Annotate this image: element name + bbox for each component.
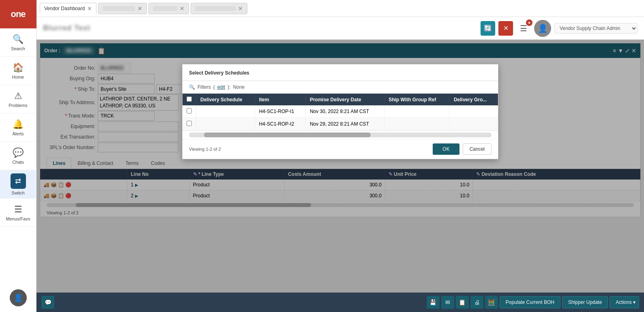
modal-hscroll-thumb bbox=[204, 132, 370, 137]
tab-2[interactable]: ✕ bbox=[98, 3, 147, 14]
modal-row1-ship-group bbox=[384, 105, 450, 118]
modal-row2-checkbox[interactable] bbox=[187, 121, 192, 126]
modal-overlay: Select Delivery Schedules 🔍 Filters (edi… bbox=[36, 40, 644, 293]
bottom-left-actions: 💬 bbox=[41, 296, 54, 309]
modal-dialog: Select Delivery Schedules 🔍 Filters (edi… bbox=[182, 64, 498, 159]
modal-row1-checkbox-cell bbox=[182, 105, 196, 118]
modal-row2-item: H4-SC1-ROP-I2 bbox=[255, 118, 305, 130]
main-content: Vendor Dashboard ✕ ✕ ✕ ✕ Blurred Text 🔄 … bbox=[36, 0, 644, 312]
calculator-icon-button[interactable]: 🧮 bbox=[485, 296, 498, 309]
print-icon-button[interactable]: 🖨 bbox=[470, 296, 483, 309]
user-avatar[interactable]: 👤 bbox=[0, 284, 36, 312]
modal-row1-delivery-schedule bbox=[196, 105, 255, 118]
bell-icon: 🔔 bbox=[13, 119, 24, 130]
modal-viewing-text: Viewing 1-2 of 2 bbox=[189, 147, 221, 152]
populate-boh-button[interactable]: Populate Current BOH bbox=[500, 296, 560, 308]
modal-table-row: H4-SC1-ROP-I2 Nov 29, 2022 8:21 AM CST bbox=[182, 118, 498, 130]
sidebar-item-home-label: Home bbox=[12, 75, 24, 79]
modal-row2-delivery-schedule bbox=[196, 118, 255, 130]
modal-buttons: OK Cancel bbox=[433, 143, 492, 155]
modal-title: Select Delivery Schedules bbox=[189, 70, 249, 76]
sidebar-item-menus[interactable]: ☰ Menus/Favs bbox=[0, 199, 36, 227]
email-icon-button[interactable]: ✉ bbox=[441, 296, 454, 309]
modal-select-all-checkbox[interactable] bbox=[187, 96, 192, 102]
switch-icon: ⇄ bbox=[11, 173, 26, 189]
modal-row2-ship-group bbox=[384, 118, 450, 130]
menu-icon: ☰ bbox=[14, 204, 22, 215]
home-icon: 🏠 bbox=[13, 62, 24, 73]
tab-close-icon[interactable]: ✕ bbox=[87, 5, 92, 12]
modal-col-checkbox bbox=[182, 94, 196, 105]
modal-row1-checkbox[interactable] bbox=[187, 108, 192, 113]
sidebar-item-menus-label: Menus/Favs bbox=[6, 216, 30, 221]
bottom-bar: 💬 💾 ✉ 📋 🖨 🧮 Populate Current BOH Shipper… bbox=[36, 293, 644, 312]
sidebar-item-home[interactable]: 🏠 Home bbox=[0, 57, 36, 85]
header-logo: Blurred Text bbox=[43, 24, 90, 32]
header-area: Blurred Text 🔄 ✕ ☰ ★ 👤 Vendor Supply Cha… bbox=[36, 17, 644, 40]
modal-row1-item: H4-SC1-ROP-I1 bbox=[255, 105, 305, 118]
modal-header: Select Delivery Schedules bbox=[182, 64, 498, 81]
actions-dropdown-button[interactable]: Actions ▾ bbox=[610, 296, 639, 308]
filters-value: None bbox=[233, 84, 245, 90]
modal-row1-promise-date: Nov 30, 2022 8:21 AM CST bbox=[305, 105, 384, 118]
filters-label: Filters bbox=[197, 84, 211, 90]
modal-col-promise-date: Promise Delivery Date bbox=[305, 94, 384, 105]
warning-icon: ⚠ bbox=[14, 91, 22, 101]
refresh-button[interactable]: 🔄 bbox=[481, 21, 495, 36]
sidebar-item-problems[interactable]: ⚠ Problems bbox=[0, 85, 36, 113]
sidebar-item-switch-label: Switch bbox=[11, 190, 24, 195]
bottom-right-actions: 💾 ✉ 📋 🖨 🧮 Populate Current BOH Shipper U… bbox=[427, 296, 639, 309]
comment-button[interactable]: 💬 bbox=[41, 296, 54, 309]
app-logo: one bbox=[0, 0, 36, 28]
modal-col-delivery-group: Delivery Gro... bbox=[449, 94, 498, 105]
sidebar-item-alerts-label: Alerts bbox=[12, 131, 24, 136]
tab2-close-icon[interactable]: ✕ bbox=[137, 5, 142, 12]
user-role-select[interactable]: Vendor Supply Chain Admin bbox=[554, 23, 638, 34]
modal-hscroll[interactable] bbox=[189, 132, 492, 137]
tab4-close-icon[interactable]: ✕ bbox=[238, 5, 243, 12]
modal-col-delivery-schedule: Delivery Schedule bbox=[196, 94, 255, 105]
tab-3[interactable]: ✕ bbox=[148, 3, 189, 14]
avatar-circle: 👤 bbox=[10, 289, 27, 306]
modal-row2-delivery-group bbox=[449, 118, 498, 130]
modal-row2-checkbox-cell bbox=[182, 118, 196, 130]
sidebar-item-chats-label: Chats bbox=[12, 160, 24, 165]
sidebar-item-switch[interactable]: ⇄ Switch bbox=[0, 170, 36, 199]
modal-scrollbar-area bbox=[182, 130, 498, 139]
sidebar: one 🔍 Search 🏠 Home ⚠ Problems 🔔 Alerts … bbox=[0, 0, 36, 312]
tab-vendor-dashboard-label: Vendor Dashboard bbox=[44, 6, 85, 11]
tab3-close-icon[interactable]: ✕ bbox=[180, 5, 185, 12]
sidebar-item-alerts[interactable]: 🔔 Alerts bbox=[0, 113, 36, 142]
sidebar-item-problems-label: Problems bbox=[9, 103, 27, 108]
modal-footer: Viewing 1-2 of 2 OK Cancel bbox=[182, 139, 498, 159]
copy-icon-button[interactable]: 📋 bbox=[456, 296, 469, 309]
save-icon-button[interactable]: 💾 bbox=[427, 296, 440, 309]
header-actions: 🔄 ✕ ☰ ★ 👤 Vendor Supply Chain Admin bbox=[481, 20, 638, 37]
modal-cancel-button[interactable]: Cancel bbox=[463, 143, 492, 155]
modal-filters: 🔍 Filters (edit): None bbox=[182, 81, 498, 94]
search-icon: 🔍 bbox=[13, 34, 24, 45]
modal-table-row: H4-SC1-ROP-I1 Nov 30, 2022 8:21 AM CST bbox=[182, 105, 498, 118]
modal-table-wrap: Delivery Schedule Item Promise Delivery … bbox=[182, 94, 498, 130]
page-content: Order : BLURRED 📋 ≡ ▼ ⤢ ✕ Order No: bbox=[36, 40, 644, 293]
modal-table: Delivery Schedule Item Promise Delivery … bbox=[182, 94, 498, 130]
modal-col-item: Item bbox=[255, 94, 305, 105]
chat-icon: 💬 bbox=[13, 147, 24, 158]
modal-row1-delivery-group bbox=[449, 105, 498, 118]
search-icon-modal: 🔍 bbox=[189, 84, 195, 90]
tabs-bar: Vendor Dashboard ✕ ✕ ✕ ✕ bbox=[36, 0, 644, 17]
filters-edit-link[interactable]: edit bbox=[217, 84, 225, 90]
user-profile-avatar[interactable]: 👤 bbox=[534, 20, 551, 37]
sidebar-item-chats[interactable]: 💬 Chats bbox=[0, 142, 36, 170]
sidebar-item-search-label: Search bbox=[11, 46, 25, 51]
shipper-update-button[interactable]: Shipper Update bbox=[562, 296, 608, 308]
modal-col-ship-group: Ship With Group Ref bbox=[384, 94, 450, 105]
modal-row2-promise-date: Nov 29, 2022 8:21 AM CST bbox=[305, 118, 384, 130]
tab-vendor-dashboard[interactable]: Vendor Dashboard ✕ bbox=[40, 3, 97, 14]
tab-4[interactable]: ✕ bbox=[191, 3, 247, 14]
notification-badge: ★ bbox=[526, 19, 532, 26]
notifications-button[interactable]: ☰ ★ bbox=[516, 21, 531, 36]
close-button[interactable]: ✕ bbox=[498, 21, 513, 36]
modal-ok-button[interactable]: OK bbox=[433, 143, 459, 155]
sidebar-item-search[interactable]: 🔍 Search bbox=[0, 28, 36, 57]
